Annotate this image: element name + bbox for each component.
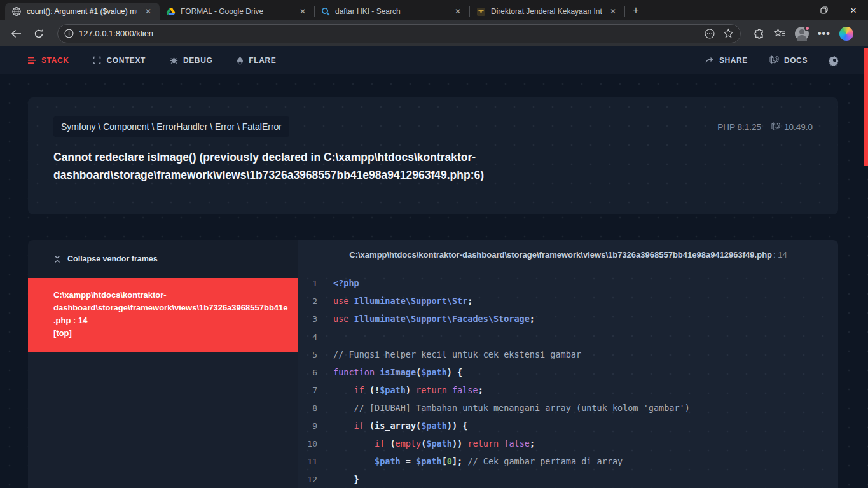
scrollbar-thumb[interactable] xyxy=(864,48,868,166)
globe-icon xyxy=(11,6,22,17)
line-number: 1 xyxy=(298,279,317,288)
code-text: use Illuminate\Support\Str; xyxy=(333,296,472,306)
exception-class-badge[interactable]: Symfony \ Component \ ErrorHandler \ Err… xyxy=(53,116,289,137)
code-text: if (is_array($path)) { xyxy=(333,421,467,431)
copilot-icon[interactable] xyxy=(839,27,853,41)
tab-title: FORMAL - Google Drive xyxy=(181,7,291,16)
share-icon xyxy=(705,57,714,64)
tab-close-icon[interactable]: ✕ xyxy=(296,6,309,17)
code-line: 12 } xyxy=(298,470,838,488)
tab-debug[interactable]: DEBUG xyxy=(170,56,212,65)
code-text: // [DIUBAH] Tambahan untuk menangani arr… xyxy=(333,403,690,413)
php-version: PHP 8.1.25 xyxy=(717,122,761,132)
line-number: 8 xyxy=(298,403,317,413)
url-text[interactable]: 127.0.0.1:8000/klien xyxy=(79,29,699,38)
tab-error-page[interactable]: count(): Argument #1 ($value) mu ✕ xyxy=(5,3,160,20)
bookmark-star-icon[interactable] xyxy=(723,28,734,39)
notification-dot xyxy=(804,25,810,31)
frame-path-line: dashboard\storage\framework\views\1b7326… xyxy=(53,302,298,314)
google-drive-icon xyxy=(166,7,176,16)
page-permissions-icon[interactable] xyxy=(704,28,715,39)
code-text: } xyxy=(333,474,359,484)
code-line: 5// Fungsi helper kecil untuk cek eksten… xyxy=(298,345,838,363)
new-tab-button[interactable]: + xyxy=(625,4,647,20)
stack-icon xyxy=(28,57,36,64)
tab-google-drive[interactable]: FORMAL - Google Drive ✕ xyxy=(160,3,314,20)
line-number: 9 xyxy=(298,421,317,431)
code-line: 7 if (!$path) return false; xyxy=(298,381,838,399)
code-line: 9 if (is_array($path)) { xyxy=(298,417,838,435)
share-label: SHARE xyxy=(719,56,748,65)
error-message: Cannot redeclare isImage() (previously d… xyxy=(53,148,810,184)
line-number: 7 xyxy=(298,386,317,395)
close-window-button[interactable]: ✕ xyxy=(839,0,868,20)
refresh-icon xyxy=(34,29,44,39)
extensions-icon[interactable] xyxy=(754,28,765,39)
tab-close-icon[interactable]: ✕ xyxy=(607,6,619,17)
tab-search[interactable]: daftar HKI - Search ✕ xyxy=(315,3,469,20)
tab-title: count(): Argument #1 ($value) mu xyxy=(27,7,137,16)
code-line: 4 xyxy=(298,328,838,345)
address-bar[interactable]: 127.0.0.1:8000/klien xyxy=(57,24,741,43)
tab-stack[interactable]: STACK xyxy=(28,56,69,65)
code-line: 1<?php xyxy=(298,274,838,292)
minimize-button[interactable]: — xyxy=(780,0,809,20)
code-text: if (empty($path)) return false; xyxy=(333,438,535,449)
line-number: 11 xyxy=(298,457,317,466)
code-text: // Fungsi helper kecil untuk cek ekstens… xyxy=(333,349,581,359)
selected-stack-frame[interactable]: C:\xampp\htdocs\kontraktor- dashboard\st… xyxy=(28,278,298,352)
djki-emblem-icon xyxy=(476,7,486,17)
tab-flare[interactable]: FLARE xyxy=(237,56,276,65)
tab-label: STACK xyxy=(41,56,69,65)
refresh-button[interactable] xyxy=(29,24,48,43)
tab-label: CONTEXT xyxy=(106,56,146,65)
site-info-icon[interactable] xyxy=(64,29,74,38)
tab-title: daftar HKI - Search xyxy=(335,7,446,16)
tab-close-icon[interactable]: ✕ xyxy=(142,6,155,17)
settings-gear-icon[interactable] xyxy=(829,55,840,66)
bug-icon xyxy=(170,56,178,64)
line-number: 3 xyxy=(298,314,317,324)
restore-button[interactable] xyxy=(809,0,839,20)
ignition-navbar: STACK CONTEXT DEBUG FLARE SH xyxy=(0,46,868,74)
collapse-label: Collapse vendor frames xyxy=(67,254,158,263)
more-options-icon[interactable]: ••• xyxy=(818,28,830,39)
collapse-icon xyxy=(53,255,61,263)
tab-label: FLARE xyxy=(249,56,276,65)
frames-sidebar: Collapse vendor frames C:\xampp\htdocs\k… xyxy=(28,240,298,488)
tab-label: DEBUG xyxy=(183,56,212,65)
line-number: 2 xyxy=(298,296,317,306)
code-line: 11 $path = $path[0]; // Cek gambar perta… xyxy=(298,452,838,470)
line-number: 12 xyxy=(298,475,317,484)
code-file-path: C:\xampp\htdocs\kontraktor-dashboard\sto… xyxy=(298,240,838,269)
line-number: 5 xyxy=(298,350,317,359)
tab-djki[interactable]: Direktorat Jenderal Kekayaan Inte ✕ xyxy=(470,3,624,20)
code-text: function isImage($path) { xyxy=(333,367,462,377)
code-panel: C:\xampp\htdocs\kontraktor-dashboard\sto… xyxy=(298,240,838,488)
error-summary-card: Symfony \ Component \ ErrorHandler \ Err… xyxy=(28,97,838,214)
tab-context[interactable]: CONTEXT xyxy=(93,56,146,65)
code-line: 2use Illuminate\Support\Str; xyxy=(298,292,838,310)
code-text: <?php xyxy=(333,278,359,288)
share-button[interactable]: SHARE xyxy=(705,56,748,65)
back-icon xyxy=(11,29,22,38)
code-viewer[interactable]: 1<?php2use Illuminate\Support\Str;3use I… xyxy=(298,269,838,488)
frame-path-line: C:\xampp\htdocs\kontraktor- xyxy=(53,289,298,302)
restore-icon xyxy=(820,6,828,14)
line-number: 4 xyxy=(298,332,317,342)
tab-title: Direktorat Jenderal Kekayaan Inte xyxy=(491,7,602,16)
code-text: if (!$path) return false; xyxy=(333,385,483,395)
favorites-icon[interactable] xyxy=(774,28,786,39)
code-line: 3use Illuminate\Support\Facades\Storage; xyxy=(298,310,838,328)
docs-button[interactable]: DOCS xyxy=(769,55,808,65)
tab-close-icon[interactable]: ✕ xyxy=(451,6,464,17)
line-number: 10 xyxy=(298,439,317,449)
flare-icon xyxy=(237,56,244,65)
laravel-version-icon xyxy=(771,122,780,131)
browser-titlebar: count(): Argument #1 ($value) mu ✕ FORMA… xyxy=(0,0,868,20)
laravel-icon xyxy=(769,55,779,65)
collapse-vendor-frames-button[interactable]: Collapse vendor frames xyxy=(28,240,298,278)
back-button[interactable] xyxy=(6,24,25,43)
ignition-error-page: STACK CONTEXT DEBUG FLARE SH xyxy=(0,46,868,488)
profile-avatar[interactable] xyxy=(795,27,809,41)
